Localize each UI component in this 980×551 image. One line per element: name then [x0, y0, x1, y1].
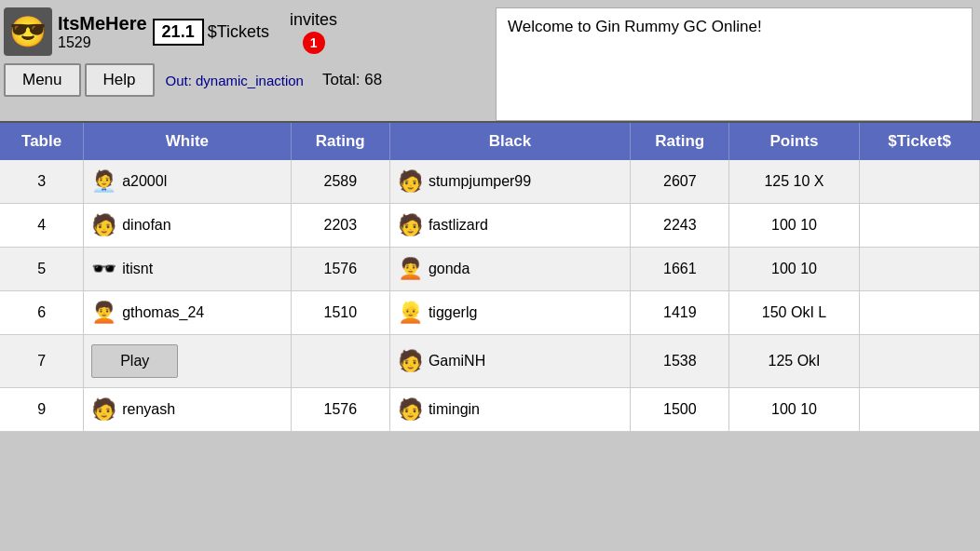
invites-badge[interactable]: 1: [303, 32, 325, 54]
black-avatar: 🧑: [398, 169, 423, 194]
col-white: White: [84, 122, 292, 160]
white-player: 🧑dinofan: [84, 204, 292, 248]
white-name: gthomas_24: [122, 304, 204, 321]
white-rating: 1576: [291, 388, 389, 432]
col-rating-black: Rating: [631, 122, 729, 160]
table-number: 7: [0, 335, 84, 388]
menu-button[interactable]: Menu: [4, 63, 81, 97]
tickets: [859, 335, 979, 388]
table-row: 3🧑‍💼a2000l2589🧑stumpjumper992607125 10 X: [0, 160, 980, 204]
out-status: Out: dynamic_inaction: [166, 73, 304, 88]
white-rating: 1510: [291, 291, 389, 335]
black-avatar: 🧑‍🦱: [398, 257, 423, 281]
white-player: 🧑renyash: [84, 388, 292, 432]
table-row: 7Play🧑GamiNH1538125 OkI: [0, 335, 980, 388]
games-table: Table White Rating Black Rating Points $…: [0, 121, 980, 432]
col-tickets: $Ticket$: [859, 122, 979, 160]
col-points: Points: [729, 122, 859, 160]
black-avatar: 👱: [398, 301, 423, 325]
black-avatar: 🧑: [398, 213, 423, 237]
username: ItsMeHere: [58, 13, 147, 34]
play-button[interactable]: Play: [91, 344, 178, 378]
black-rating: 2243: [631, 204, 729, 248]
white-rating: 2203: [291, 204, 389, 248]
tickets: [859, 388, 979, 432]
white-rating: [291, 335, 389, 388]
tickets: [859, 248, 979, 291]
white-name: a2000l: [122, 173, 167, 190]
col-black: Black: [389, 122, 630, 160]
black-name: timingin: [429, 401, 480, 418]
white-rating: 1576: [291, 248, 389, 291]
white-avatar: 🕶️: [91, 257, 116, 281]
table-number: 9: [0, 388, 84, 432]
black-rating: 1661: [631, 248, 729, 291]
white-player: 🕶️itisnt: [84, 248, 292, 291]
black-player: 🧑timingin: [389, 388, 630, 432]
col-rating-white: Rating: [291, 122, 389, 160]
user-score: 1529: [58, 34, 147, 51]
black-avatar: 🧑: [398, 397, 423, 422]
points: 100 10: [729, 388, 859, 432]
user-avatar: 😎: [4, 7, 52, 56]
white-avatar: 🧑‍🦱: [91, 301, 116, 325]
table-number: 3: [0, 160, 84, 204]
black-avatar: 🧑: [398, 349, 423, 373]
white-avatar: 🧑: [91, 213, 116, 237]
black-player: 🧑stumpjumper99: [389, 160, 630, 204]
black-player: 🧑‍🦱gonda: [389, 248, 630, 291]
help-button[interactable]: Help: [85, 63, 155, 97]
tickets: [859, 204, 979, 248]
black-rating: 2607: [631, 160, 729, 204]
white-name: dinofan: [122, 217, 171, 234]
white-avatar: 🧑‍💼: [91, 169, 116, 194]
black-rating: 1419: [631, 291, 729, 335]
points: 100 10: [729, 248, 859, 291]
white-name: renyash: [122, 401, 175, 418]
table-row: 5🕶️itisnt1576🧑‍🦱gonda1661100 10: [0, 248, 980, 291]
tickets: [859, 291, 979, 335]
welcome-message: Welcome to Gin Rummy GC Online!: [496, 7, 973, 121]
black-name: gonda: [429, 261, 470, 277]
invites-label: invites: [290, 10, 337, 30]
black-name: stumpjumper99: [429, 173, 531, 190]
points: 125 10 X: [729, 160, 859, 204]
white-name: itisnt: [122, 261, 153, 277]
white-player[interactable]: Play: [84, 335, 292, 388]
tickets: [859, 160, 979, 204]
black-player: 🧑fastlizard: [389, 204, 630, 248]
black-name: fastlizard: [429, 217, 488, 234]
black-player: 🧑GamiNH: [389, 335, 630, 388]
black-rating: 1538: [631, 335, 729, 388]
black-player: 👱tiggerlg: [389, 291, 630, 335]
col-table: Table: [0, 122, 84, 160]
black-name: GamiNH: [429, 353, 485, 370]
white-avatar: 🧑: [91, 397, 116, 422]
points: 150 OkI L: [729, 291, 859, 335]
table-number: 5: [0, 248, 84, 291]
table-number: 4: [0, 204, 84, 248]
table-row: 4🧑dinofan2203🧑fastlizard2243100 10: [0, 204, 980, 248]
white-player: 🧑‍🦱gthomas_24: [84, 291, 292, 335]
tickets-label: $Tickets: [208, 22, 269, 42]
points: 100 10: [729, 204, 859, 248]
table-number: 6: [0, 291, 84, 335]
table-row: 9🧑renyash1576🧑timingin1500100 10: [0, 388, 980, 432]
table-row: 6🧑‍🦱gthomas_241510👱tiggerlg1419150 OkI L: [0, 291, 980, 335]
black-name: tiggerlg: [429, 304, 477, 321]
black-rating: 1500: [631, 388, 729, 432]
white-player: 🧑‍💼a2000l: [84, 160, 292, 204]
points: 125 OkI: [729, 335, 859, 388]
total-count: Total: 68: [322, 71, 382, 89]
tickets-value: 21.1: [153, 19, 204, 46]
white-rating: 2589: [291, 160, 389, 204]
